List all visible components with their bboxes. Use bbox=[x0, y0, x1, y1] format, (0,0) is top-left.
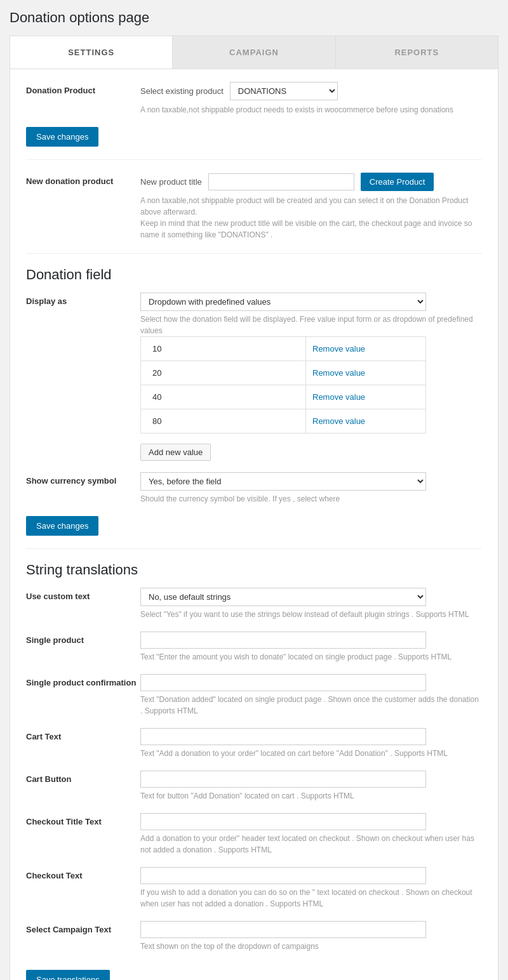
checkout-title-content: Add a donation to your order" header tex… bbox=[140, 813, 482, 856]
single-product-help: Text "Enter the amount you wish to donat… bbox=[140, 651, 482, 663]
display-as-select[interactable]: Dropdown with predefined values Free val… bbox=[140, 293, 426, 311]
use-custom-text-row: Use custom text No, use default strings … bbox=[26, 588, 482, 620]
save-translations-button[interactable]: Save translations bbox=[26, 970, 110, 980]
single-product-label: Single product bbox=[26, 632, 140, 645]
table-row: Remove value bbox=[141, 409, 426, 434]
checkout-title-row: Checkout Title Text Add a donation to yo… bbox=[26, 813, 482, 856]
select-campaign-content: Text shown on the top of the dropdown of… bbox=[140, 921, 482, 952]
donation-field-heading: Donation field bbox=[26, 267, 482, 283]
tab-reports[interactable]: REPORTS bbox=[336, 36, 498, 69]
use-custom-text-label: Use custom text bbox=[26, 588, 140, 601]
display-as-content: Dropdown with predefined values Free val… bbox=[140, 293, 482, 461]
create-product-button[interactable]: Create Product bbox=[361, 173, 434, 191]
value-input-4[interactable] bbox=[147, 413, 299, 429]
tab-campaign[interactable]: CAMPAIGN bbox=[173, 36, 335, 69]
remove-value-1[interactable]: Remove value bbox=[312, 344, 365, 354]
checkout-title-label: Checkout Title Text bbox=[26, 813, 140, 826]
show-currency-label: Show currency symbol bbox=[26, 472, 140, 486]
cart-button-row: Cart Button Text for button "Add Donatio… bbox=[26, 771, 482, 802]
new-product-title-input[interactable] bbox=[208, 173, 354, 190]
tab-settings[interactable]: SETTINGS bbox=[10, 36, 173, 69]
display-as-row: Display as Dropdown with predefined valu… bbox=[26, 293, 482, 461]
table-row: Remove value bbox=[141, 337, 426, 361]
donation-product-help: A non taxable,not shippable product need… bbox=[140, 104, 482, 116]
cart-text-row: Cart Text Text "Add a donation to your o… bbox=[26, 728, 482, 759]
single-product-confirmation-row: Single product confirmation Text "Donati… bbox=[26, 674, 482, 717]
value-input-1[interactable] bbox=[147, 341, 299, 357]
new-donation-product-help: A non taxable,not shippable product will… bbox=[140, 195, 482, 241]
new-donation-product-row: New donation product New product title C… bbox=[26, 173, 482, 241]
select-campaign-help: Text shown on the top of the dropdown of… bbox=[140, 941, 482, 952]
donation-product-label: Donation Product bbox=[26, 82, 140, 95]
single-product-confirmation-content: Text "Donation added" located on single … bbox=[140, 674, 482, 717]
save-changes-button-1[interactable]: Save changes bbox=[26, 127, 98, 147]
checkout-title-help: Add a donation to your order" header tex… bbox=[140, 833, 482, 856]
show-currency-help: Should the currency symbol be visible. I… bbox=[140, 493, 482, 505]
cart-text-content: Text "Add a donation to your order" loca… bbox=[140, 728, 482, 759]
string-translations-heading: String translations bbox=[26, 562, 482, 578]
new-product-title-label: New product title bbox=[140, 177, 202, 187]
checkout-text-content: If you wish to add a donation you can do… bbox=[140, 867, 482, 910]
single-product-input[interactable] bbox=[140, 632, 426, 649]
remove-value-4[interactable]: Remove value bbox=[312, 416, 365, 426]
checkout-text-help: If you wish to add a donation you can do… bbox=[140, 887, 482, 910]
show-currency-content: Yes, before the field Yes, after the fie… bbox=[140, 472, 482, 505]
single-product-confirmation-label: Single product confirmation bbox=[26, 674, 140, 687]
table-row: Remove value bbox=[141, 385, 426, 409]
value-input-2[interactable] bbox=[147, 365, 299, 381]
display-as-help: Select how the donation field will be di… bbox=[140, 314, 482, 336]
use-custom-text-select[interactable]: No, use default strings Yes bbox=[140, 588, 426, 606]
value-input-3[interactable] bbox=[147, 389, 299, 405]
donation-product-row: Donation Product Select existing product… bbox=[26, 82, 482, 116]
checkout-text-input[interactable] bbox=[140, 867, 426, 884]
select-campaign-label: Select Campaign Text bbox=[26, 921, 140, 934]
remove-value-3[interactable]: Remove value bbox=[312, 392, 365, 402]
cart-text-help: Text "Add a donation to your order" loca… bbox=[140, 748, 482, 759]
cart-button-input[interactable] bbox=[140, 771, 426, 788]
cart-button-label: Cart Button bbox=[26, 771, 140, 784]
tabs-bar: SETTINGS CAMPAIGN REPORTS bbox=[10, 36, 498, 69]
single-product-content: Text "Enter the amount you wish to donat… bbox=[140, 632, 482, 663]
cart-text-label: Cart Text bbox=[26, 728, 140, 741]
use-custom-text-content: No, use default strings Yes Select "Yes"… bbox=[140, 588, 482, 620]
single-product-row: Single product Text "Enter the amount yo… bbox=[26, 632, 482, 663]
content-panel: Donation Product Select existing product… bbox=[10, 69, 498, 980]
show-currency-select[interactable]: Yes, before the field Yes, after the fie… bbox=[140, 472, 426, 491]
donation-product-select[interactable]: DONATIONS bbox=[230, 82, 338, 100]
add-new-value-button[interactable]: Add new value bbox=[140, 444, 211, 461]
select-campaign-input[interactable] bbox=[140, 921, 426, 938]
cart-button-content: Text for button "Add Donation" located o… bbox=[140, 771, 482, 802]
table-row: Remove value bbox=[141, 361, 426, 385]
donation-product-content: Select existing product DONATIONS A non … bbox=[140, 82, 482, 116]
save-changes-button-2[interactable]: Save changes bbox=[26, 516, 98, 536]
checkout-title-input[interactable] bbox=[140, 813, 426, 830]
show-currency-row: Show currency symbol Yes, before the fie… bbox=[26, 472, 482, 505]
values-table: Remove value Remove value Remove value R… bbox=[140, 336, 426, 434]
use-custom-text-help: Select "Yes" if you want to use the stri… bbox=[140, 609, 482, 620]
new-donation-product-label: New donation product bbox=[26, 173, 140, 186]
select-existing-label: Select existing product bbox=[140, 86, 224, 96]
remove-value-2[interactable]: Remove value bbox=[312, 368, 365, 378]
checkout-text-row: Checkout Text If you wish to add a donat… bbox=[26, 867, 482, 910]
new-donation-product-content: New product title Create Product A non t… bbox=[140, 173, 482, 241]
display-as-label: Display as bbox=[26, 293, 140, 306]
checkout-text-label: Checkout Text bbox=[26, 867, 140, 880]
single-product-confirmation-input[interactable] bbox=[140, 674, 426, 691]
page-title: Donation options page bbox=[10, 10, 498, 26]
cart-button-help: Text for button "Add Donation" located o… bbox=[140, 790, 482, 802]
select-campaign-row: Select Campaign Text Text shown on the t… bbox=[26, 921, 482, 952]
single-product-confirmation-help: Text "Donation added" located on single … bbox=[140, 694, 482, 717]
cart-text-input[interactable] bbox=[140, 728, 426, 745]
